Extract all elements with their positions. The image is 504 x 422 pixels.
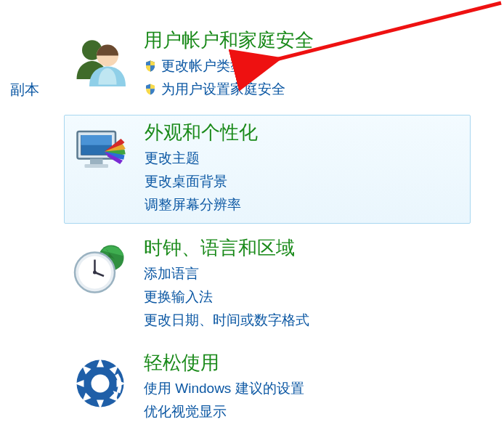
shield-icon <box>144 60 157 73</box>
svg-point-15 <box>92 375 110 393</box>
category-title-ease-of-access[interactable]: 轻松使用 <box>144 350 471 375</box>
svg-point-13 <box>93 271 97 275</box>
category-title-user-accounts[interactable]: 用户帐户和家庭安全 <box>144 28 471 52</box>
appearance-icon <box>72 124 130 182</box>
svg-rect-6 <box>90 159 103 165</box>
category-ease-of-access: 轻松使用 使用 Windows 建议的设置 优化视觉显示 <box>64 346 471 422</box>
link-label: 更改主题 <box>145 147 200 169</box>
link-optimize-visual-display[interactable]: 优化视觉显示 <box>144 401 471 422</box>
link-family-safety[interactable]: 为用户设置家庭安全 <box>144 78 471 100</box>
link-change-wallpaper[interactable]: 更改桌面背景 <box>145 171 470 192</box>
link-label: 更改帐户类型 <box>161 55 244 77</box>
ease-of-access-icon <box>71 354 129 413</box>
link-label: 更改日期、时间或数字格式 <box>144 309 309 331</box>
link-label: 更改桌面背景 <box>145 171 227 192</box>
link-label: 添加语言 <box>144 263 199 285</box>
link-label: 更换输入法 <box>144 286 213 308</box>
svg-rect-5 <box>81 135 113 145</box>
side-copy-label[interactable]: 副本 <box>10 80 39 100</box>
link-adjust-resolution[interactable]: 调整屏幕分辨率 <box>145 194 470 216</box>
user-accounts-icon <box>71 32 129 90</box>
category-user-accounts: 用户帐户和家庭安全 <box>64 23 471 107</box>
shield-icon <box>144 83 157 96</box>
link-label: 使用 Windows 建议的设置 <box>144 378 304 399</box>
link-add-language[interactable]: 添加语言 <box>144 263 471 285</box>
categories-panel: 用户帐户和家庭安全 <box>64 23 471 422</box>
link-change-account-type[interactable]: 更改帐户类型 <box>144 55 471 77</box>
link-change-ime[interactable]: 更换输入法 <box>144 286 471 308</box>
svg-rect-7 <box>85 164 109 168</box>
category-title-appearance[interactable]: 外观和个性化 <box>145 120 470 145</box>
link-change-theme[interactable]: 更改主题 <box>145 147 470 169</box>
link-label: 为用户设置家庭安全 <box>161 78 285 100</box>
category-title-clock[interactable]: 时钟、语言和区域 <box>144 235 471 260</box>
link-use-recommended-settings[interactable]: 使用 Windows 建议的设置 <box>144 378 471 399</box>
link-label: 优化视觉显示 <box>144 401 227 422</box>
category-appearance: 外观和个性化 更改主题 更改桌面背景 调整屏幕分辨率 <box>64 115 471 224</box>
link-change-datetime-format[interactable]: 更改日期、时间或数字格式 <box>144 309 471 331</box>
clock-icon <box>71 240 129 298</box>
category-clock-lang-region: 时钟、语言和区域 添加语言 更换输入法 更改日期、时间或数字格式 <box>64 231 471 338</box>
link-label: 调整屏幕分辨率 <box>145 194 241 216</box>
